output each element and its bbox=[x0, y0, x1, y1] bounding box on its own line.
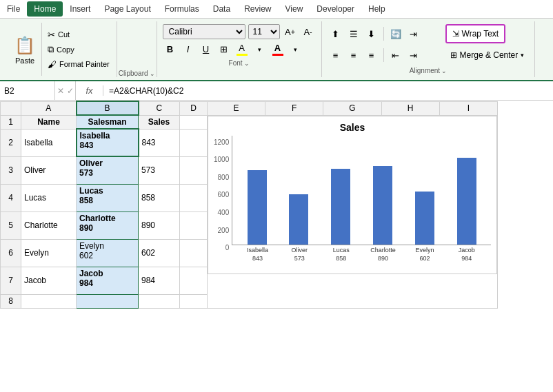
cell-reference-box[interactable]: B2 bbox=[0, 81, 55, 100]
row-header-4[interactable]: 4 bbox=[1, 184, 21, 212]
cell-b4[interactable]: Lucas 858 bbox=[77, 184, 139, 212]
cell-a2[interactable]: Isabella bbox=[21, 129, 77, 156]
col-header-d[interactable]: D bbox=[180, 101, 208, 115]
cell-c5[interactable]: 890 bbox=[139, 212, 180, 239]
cell-a8[interactable] bbox=[21, 294, 77, 308]
menu-developer[interactable]: Developer bbox=[310, 1, 361, 17]
col-header-f[interactable]: F bbox=[265, 101, 323, 115]
cell-a5[interactable]: Charlotte bbox=[21, 212, 77, 239]
fill-color-dropdown[interactable]: ▾ bbox=[252, 42, 268, 57]
menu-data[interactable]: Data bbox=[206, 1, 237, 17]
increase-font-button[interactable]: A+ bbox=[283, 24, 298, 39]
row-header-5[interactable]: 5 bbox=[1, 212, 21, 239]
cell-a1[interactable]: Name bbox=[21, 115, 77, 129]
menu-home[interactable]: Home bbox=[27, 1, 63, 17]
col-header-h[interactable]: H bbox=[381, 101, 439, 115]
paste-button[interactable]: 📋 Paste bbox=[8, 23, 42, 76]
cell-b8[interactable] bbox=[77, 294, 139, 308]
increase-indent-button[interactable]: ⇥ bbox=[405, 48, 422, 63]
chart-bar-charlotte bbox=[364, 166, 402, 245]
menu-view[interactable]: View bbox=[279, 1, 310, 17]
cell-a4[interactable]: Lucas bbox=[21, 184, 77, 212]
cell-c2[interactable]: 843 bbox=[139, 129, 180, 156]
bold-button[interactable]: B bbox=[163, 42, 178, 57]
menu-page-layout[interactable]: Page Layout bbox=[97, 1, 157, 17]
cell-b6[interactable]: Evelyn 602 bbox=[77, 239, 139, 267]
cell-b7[interactable]: Jacob 984 bbox=[77, 267, 139, 294]
menu-review[interactable]: Review bbox=[237, 1, 278, 17]
decrease-font-button[interactable]: A- bbox=[301, 24, 316, 39]
orientation-button[interactable]: 🔄 bbox=[388, 26, 404, 41]
cancel-formula-icon[interactable]: ✕ bbox=[57, 86, 64, 96]
formula-input[interactable] bbox=[103, 86, 553, 96]
cell-d6[interactable] bbox=[180, 239, 208, 267]
chart-bar-isabella bbox=[238, 170, 276, 245]
cell-c4[interactable]: 858 bbox=[139, 184, 180, 212]
align-top-button[interactable]: ⬆ bbox=[328, 26, 344, 41]
chart-bar-jacob bbox=[448, 158, 485, 245]
chart-area: Isabella843 Oliver573 Lucas858 Charlotte… bbox=[232, 136, 491, 263]
underline-button[interactable]: U bbox=[199, 42, 214, 57]
cell-d1[interactable] bbox=[180, 115, 208, 129]
fill-color-button[interactable]: A bbox=[234, 41, 250, 57]
menu-file[interactable]: File bbox=[0, 1, 27, 17]
cell-a3[interactable]: Oliver bbox=[21, 156, 77, 184]
border-button[interactable]: ⊞ bbox=[217, 42, 232, 57]
col-header-c[interactable]: C bbox=[139, 101, 180, 115]
cell-c3[interactable]: 573 bbox=[139, 156, 180, 184]
merge-center-button[interactable]: ⊞ Merge & Center ▾ bbox=[445, 45, 530, 65]
row-header-8[interactable]: 8 bbox=[1, 294, 21, 308]
row-header-6[interactable]: 6 bbox=[1, 239, 21, 267]
cell-d7[interactable] bbox=[180, 267, 208, 294]
cell-d5[interactable] bbox=[180, 212, 208, 239]
row-header-1[interactable]: 1 bbox=[1, 115, 21, 129]
col-header-e[interactable]: E bbox=[208, 101, 265, 115]
cell-c8[interactable] bbox=[139, 294, 180, 308]
cell-c1[interactable]: Sales bbox=[139, 115, 180, 129]
cell-a7[interactable]: Jacob bbox=[21, 267, 77, 294]
cell-d4[interactable] bbox=[180, 184, 208, 212]
cell-b5[interactable]: Charlotte 890 bbox=[77, 212, 139, 239]
align-center-button[interactable]: ≡ bbox=[345, 48, 362, 63]
wrap-text-button[interactable]: ⇲ Wrap Text bbox=[445, 24, 506, 43]
align-right-button[interactable]: ≡ bbox=[363, 48, 380, 63]
menu-bar: File Home Insert Page Layout Formulas Da… bbox=[0, 0, 553, 19]
align-left-button[interactable]: ≡ bbox=[328, 48, 344, 63]
cut-button[interactable]: ✂ Cut bbox=[45, 28, 112, 41]
cell-c7[interactable]: 984 bbox=[139, 267, 180, 294]
menu-formulas[interactable]: Formulas bbox=[158, 1, 206, 17]
cell-b3[interactable]: Oliver 573 bbox=[77, 156, 139, 184]
cell-d3[interactable] bbox=[180, 156, 208, 184]
cell-e1[interactable]: Sales 1200 1000 800 600 400 200 0 bbox=[208, 115, 498, 308]
col-header-i[interactable]: I bbox=[439, 101, 497, 115]
row-header-7[interactable]: 7 bbox=[1, 267, 21, 294]
row-header-2[interactable]: 2 bbox=[1, 129, 21, 156]
cell-a6[interactable]: Evelyn bbox=[21, 239, 77, 267]
cell-c6[interactable]: 602 bbox=[139, 239, 180, 267]
font-size-select[interactable]: 11 bbox=[248, 24, 280, 39]
paste-icon: 📋 bbox=[14, 34, 36, 56]
confirm-formula-icon[interactable]: ✓ bbox=[67, 86, 74, 96]
cell-d2[interactable] bbox=[180, 129, 208, 156]
italic-button[interactable]: I bbox=[181, 42, 196, 57]
decrease-indent-button[interactable]: ⇤ bbox=[388, 48, 404, 63]
cell-b1[interactable]: Salesman bbox=[77, 115, 139, 129]
col-header-a[interactable]: A bbox=[21, 101, 77, 115]
menu-help[interactable]: Help bbox=[361, 1, 392, 17]
cell-d8[interactable] bbox=[180, 294, 208, 308]
font-color-button[interactable]: A bbox=[270, 41, 285, 57]
font-family-select[interactable]: Calibri bbox=[163, 24, 245, 39]
row-header-3[interactable]: 3 bbox=[1, 156, 21, 184]
cell-b2[interactable]: Isabella 843 bbox=[77, 129, 139, 156]
col-header-g[interactable]: G bbox=[323, 101, 381, 115]
chart-bar-lucas bbox=[322, 169, 360, 245]
align-bottom-button[interactable]: ⬇ bbox=[363, 26, 380, 41]
font-color-dropdown[interactable]: ▾ bbox=[288, 42, 303, 57]
copy-button[interactable]: ⧉ Copy bbox=[45, 43, 112, 56]
menu-insert[interactable]: Insert bbox=[63, 1, 97, 17]
chart-y-axis: 1200 1000 800 600 400 200 0 bbox=[214, 138, 232, 252]
format-painter-button[interactable]: 🖌 Format Painter bbox=[45, 58, 112, 71]
col-header-b[interactable]: B bbox=[77, 101, 139, 115]
indent-button[interactable]: ⇥ bbox=[405, 26, 422, 41]
align-middle-button[interactable]: ☰ bbox=[345, 26, 362, 41]
